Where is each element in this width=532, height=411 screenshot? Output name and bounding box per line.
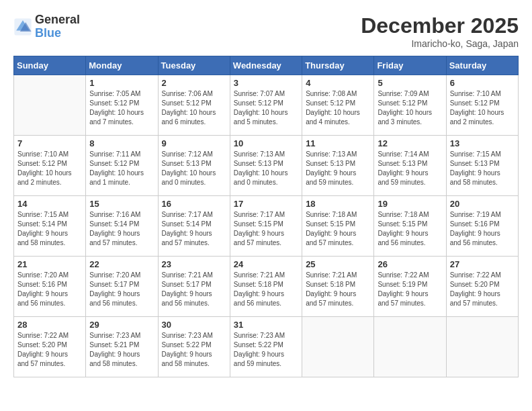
day-number: 22 [89, 259, 154, 269]
calendar-day-cell: 29Sunrise: 7:23 AM Sunset: 5:21 PM Dayli… [86, 317, 158, 377]
day-info: Sunrise: 7:19 AM Sunset: 5:16 PM Dayligh… [450, 210, 515, 248]
calendar-day-cell: 24Sunrise: 7:21 AM Sunset: 5:18 PM Dayli… [230, 257, 302, 317]
calendar-day-cell: 3Sunrise: 7:07 AM Sunset: 5:12 PM Daylig… [230, 75, 302, 136]
day-info: Sunrise: 7:09 AM Sunset: 5:12 PM Dayligh… [378, 89, 442, 127]
day-number: 26 [378, 259, 442, 269]
calendar-day-cell: 20Sunrise: 7:19 AM Sunset: 5:16 PM Dayli… [446, 196, 518, 257]
weekday-row: SundayMondayTuesdayWednesdayThursdayFrid… [14, 56, 519, 75]
location: Imaricho-ko, Saga, Japan [361, 38, 519, 49]
logo-line1: General [35, 13, 80, 27]
day-number: 27 [450, 259, 515, 269]
calendar-day-cell: 23Sunrise: 7:21 AM Sunset: 5:17 PM Dayli… [158, 257, 230, 317]
calendar-day-cell: 25Sunrise: 7:21 AM Sunset: 5:18 PM Dayli… [302, 257, 374, 317]
calendar-day-cell: 8Sunrise: 7:11 AM Sunset: 5:12 PM Daylig… [86, 136, 158, 196]
calendar-day-cell: 17Sunrise: 7:17 AM Sunset: 5:15 PM Dayli… [230, 196, 302, 257]
day-info: Sunrise: 7:15 AM Sunset: 5:14 PM Dayligh… [17, 210, 82, 248]
day-info: Sunrise: 7:20 AM Sunset: 5:17 PM Dayligh… [89, 271, 154, 308]
calendar-day-cell [302, 317, 374, 377]
day-number: 5 [378, 78, 442, 88]
weekday-header: Saturday [446, 56, 518, 75]
day-number: 11 [306, 138, 370, 148]
day-number: 14 [17, 199, 82, 209]
calendar-day-cell: 26Sunrise: 7:22 AM Sunset: 5:19 PM Dayli… [374, 257, 446, 317]
title-section: December 2025 Imaricho-ko, Saga, Japan [361, 13, 519, 49]
day-number: 8 [89, 138, 154, 148]
day-number: 30 [162, 320, 226, 330]
logo-text: General Blue [35, 13, 80, 40]
calendar-day-cell: 4Sunrise: 7:08 AM Sunset: 5:12 PM Daylig… [302, 75, 374, 136]
weekday-header: Sunday [14, 56, 86, 75]
day-info: Sunrise: 7:17 AM Sunset: 5:14 PM Dayligh… [162, 210, 226, 248]
calendar-week-row: 1Sunrise: 7:05 AM Sunset: 5:12 PM Daylig… [14, 75, 519, 136]
day-info: Sunrise: 7:20 AM Sunset: 5:16 PM Dayligh… [17, 271, 82, 308]
calendar-day-cell: 2Sunrise: 7:06 AM Sunset: 5:12 PM Daylig… [158, 75, 230, 136]
day-info: Sunrise: 7:08 AM Sunset: 5:12 PM Dayligh… [306, 89, 370, 127]
day-number: 13 [450, 138, 515, 148]
day-number: 21 [17, 259, 82, 269]
calendar-day-cell: 15Sunrise: 7:16 AM Sunset: 5:14 PM Dayli… [86, 196, 158, 257]
logo-icon [13, 17, 32, 36]
day-number: 10 [234, 138, 298, 148]
day-number: 25 [306, 259, 370, 269]
weekday-header: Thursday [302, 56, 374, 75]
calendar-table: SundayMondayTuesdayWednesdayThursdayFrid… [13, 56, 519, 377]
calendar-header: SundayMondayTuesdayWednesdayThursdayFrid… [14, 56, 519, 75]
day-info: Sunrise: 7:21 AM Sunset: 5:17 PM Dayligh… [162, 271, 226, 308]
weekday-header: Monday [86, 56, 158, 75]
day-info: Sunrise: 7:13 AM Sunset: 5:13 PM Dayligh… [234, 150, 298, 187]
day-info: Sunrise: 7:10 AM Sunset: 5:12 PM Dayligh… [450, 89, 515, 127]
calendar-day-cell: 18Sunrise: 7:18 AM Sunset: 5:15 PM Dayli… [302, 196, 374, 257]
calendar-day-cell: 6Sunrise: 7:10 AM Sunset: 5:12 PM Daylig… [446, 75, 518, 136]
day-info: Sunrise: 7:15 AM Sunset: 5:13 PM Dayligh… [450, 150, 515, 187]
day-number: 6 [450, 78, 515, 88]
calendar-week-row: 21Sunrise: 7:20 AM Sunset: 5:16 PM Dayli… [14, 257, 519, 317]
logo-line2: Blue [35, 27, 80, 40]
calendar-day-cell [446, 317, 518, 377]
calendar-day-cell: 14Sunrise: 7:15 AM Sunset: 5:14 PM Dayli… [14, 196, 86, 257]
calendar-day-cell: 30Sunrise: 7:23 AM Sunset: 5:22 PM Dayli… [158, 317, 230, 377]
calendar-day-cell: 31Sunrise: 7:23 AM Sunset: 5:22 PM Dayli… [230, 317, 302, 377]
day-info: Sunrise: 7:23 AM Sunset: 5:22 PM Dayligh… [162, 331, 226, 369]
calendar-day-cell: 19Sunrise: 7:18 AM Sunset: 5:15 PM Dayli… [374, 196, 446, 257]
calendar-day-cell [14, 75, 86, 136]
day-number: 12 [378, 138, 442, 148]
calendar-day-cell: 27Sunrise: 7:22 AM Sunset: 5:20 PM Dayli… [446, 257, 518, 317]
day-number: 31 [234, 320, 298, 330]
day-number: 7 [17, 138, 82, 148]
calendar-body: 1Sunrise: 7:05 AM Sunset: 5:12 PM Daylig… [14, 75, 519, 377]
day-info: Sunrise: 7:10 AM Sunset: 5:12 PM Dayligh… [17, 150, 82, 187]
day-number: 20 [450, 199, 515, 209]
day-info: Sunrise: 7:12 AM Sunset: 5:13 PM Dayligh… [162, 150, 226, 187]
weekday-header: Tuesday [158, 56, 230, 75]
day-info: Sunrise: 7:13 AM Sunset: 5:13 PM Dayligh… [306, 150, 370, 187]
day-number: 18 [306, 199, 370, 209]
calendar-day-cell: 7Sunrise: 7:10 AM Sunset: 5:12 PM Daylig… [14, 136, 86, 196]
day-info: Sunrise: 7:21 AM Sunset: 5:18 PM Dayligh… [306, 271, 370, 308]
calendar-week-row: 14Sunrise: 7:15 AM Sunset: 5:14 PM Dayli… [14, 196, 519, 257]
calendar-day-cell: 10Sunrise: 7:13 AM Sunset: 5:13 PM Dayli… [230, 136, 302, 196]
calendar-day-cell: 5Sunrise: 7:09 AM Sunset: 5:12 PM Daylig… [374, 75, 446, 136]
day-info: Sunrise: 7:17 AM Sunset: 5:15 PM Dayligh… [234, 210, 298, 248]
day-info: Sunrise: 7:14 AM Sunset: 5:13 PM Dayligh… [378, 150, 442, 187]
calendar-day-cell: 9Sunrise: 7:12 AM Sunset: 5:13 PM Daylig… [158, 136, 230, 196]
day-number: 23 [162, 259, 226, 269]
day-number: 17 [234, 199, 298, 209]
day-number: 2 [162, 78, 226, 88]
day-info: Sunrise: 7:21 AM Sunset: 5:18 PM Dayligh… [234, 271, 298, 308]
day-info: Sunrise: 7:22 AM Sunset: 5:19 PM Dayligh… [378, 271, 442, 308]
day-info: Sunrise: 7:18 AM Sunset: 5:15 PM Dayligh… [306, 210, 370, 248]
day-number: 9 [162, 138, 226, 148]
calendar-week-row: 7Sunrise: 7:10 AM Sunset: 5:12 PM Daylig… [14, 136, 519, 196]
calendar-day-cell: 1Sunrise: 7:05 AM Sunset: 5:12 PM Daylig… [86, 75, 158, 136]
calendar-day-cell: 22Sunrise: 7:20 AM Sunset: 5:17 PM Dayli… [86, 257, 158, 317]
day-info: Sunrise: 7:23 AM Sunset: 5:21 PM Dayligh… [89, 331, 154, 369]
day-info: Sunrise: 7:18 AM Sunset: 5:15 PM Dayligh… [378, 210, 442, 248]
calendar-day-cell: 12Sunrise: 7:14 AM Sunset: 5:13 PM Dayli… [374, 136, 446, 196]
calendar-day-cell: 21Sunrise: 7:20 AM Sunset: 5:16 PM Dayli… [14, 257, 86, 317]
day-info: Sunrise: 7:22 AM Sunset: 5:20 PM Dayligh… [17, 331, 82, 369]
calendar-day-cell [374, 317, 446, 377]
day-info: Sunrise: 7:05 AM Sunset: 5:12 PM Dayligh… [89, 89, 154, 127]
day-info: Sunrise: 7:16 AM Sunset: 5:14 PM Dayligh… [89, 210, 154, 248]
day-info: Sunrise: 7:23 AM Sunset: 5:22 PM Dayligh… [234, 331, 298, 369]
day-info: Sunrise: 7:07 AM Sunset: 5:12 PM Dayligh… [234, 89, 298, 127]
